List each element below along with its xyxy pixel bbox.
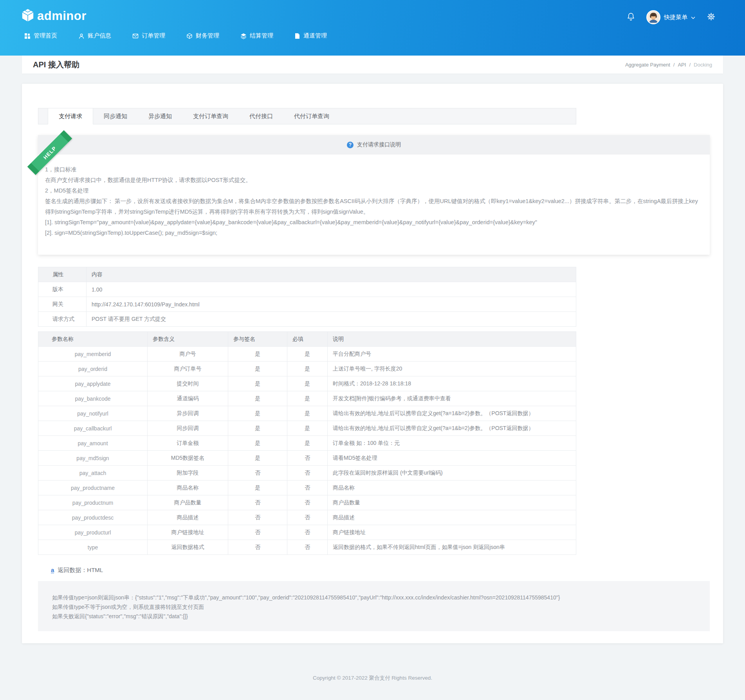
api-doc-tabs: 支付请求 同步通知 异步通知 支付订单查询 代付接口 代付订单查询 bbox=[38, 108, 576, 124]
anchor-a-icon bbox=[51, 567, 54, 573]
param-desc: 商品描述 bbox=[328, 510, 576, 525]
brand-logo[interactable]: adminor bbox=[22, 9, 87, 23]
nav-item-channel[interactable]: 通道管理 bbox=[294, 32, 327, 40]
param-name: pay_applydate bbox=[38, 376, 148, 391]
param-required: 否 bbox=[287, 525, 328, 540]
param-signed: 是 bbox=[228, 347, 287, 362]
param-signed: 是 bbox=[228, 406, 287, 421]
help-line: 2，MD5签名处理 bbox=[45, 185, 702, 196]
tab-bar-stub bbox=[38, 108, 48, 124]
help-panel-body: 1，接口标准 在商户支付请求接口中，数据通信是使用HTTP协议，请求数据以POS… bbox=[38, 155, 710, 255]
tab-bar-fill bbox=[340, 108, 576, 124]
param-name: pay_notifyurl bbox=[38, 406, 148, 421]
question-icon bbox=[347, 142, 354, 148]
table-row: pay_memberid商户号是是平台分配商户号 bbox=[38, 347, 576, 362]
param-required: 是 bbox=[287, 362, 328, 376]
param-meaning: 商品描述 bbox=[148, 510, 228, 525]
param-required: 否 bbox=[287, 495, 328, 510]
param-meaning: 商户品数量 bbox=[148, 495, 228, 510]
nav-item-settlement[interactable]: 结算管理 bbox=[240, 32, 273, 40]
param-desc: 商户品数量 bbox=[328, 495, 576, 510]
param-meaning: 返回数据格式 bbox=[148, 540, 228, 555]
param-required: 否 bbox=[287, 510, 328, 525]
nav-item-finance[interactable]: 财务管理 bbox=[186, 32, 219, 40]
help-line: [2]. sign=MD5(stringSignTemp).toUpperCas… bbox=[45, 228, 702, 238]
channel-icon bbox=[294, 33, 300, 39]
param-desc: 上送订单号唯一, 字符长度20 bbox=[328, 362, 576, 376]
breadcrumb-separator: / bbox=[689, 62, 691, 68]
tab-async-notify[interactable]: 异步通知 bbox=[138, 108, 182, 124]
param-required: 是 bbox=[287, 406, 328, 421]
tab-payout-api[interactable]: 代付接口 bbox=[239, 108, 283, 124]
table-row: pay_producturl商户链接地址否否商户链接地址 bbox=[38, 525, 576, 540]
param-signed: 否 bbox=[228, 495, 287, 510]
nav-label: 结算管理 bbox=[250, 32, 273, 40]
table-row: 版本 1.00 bbox=[38, 282, 576, 297]
table-row: pay_callbackurl同步回调是是请给出有效的地址,地址后可以携带自定义… bbox=[38, 421, 576, 436]
param-required: 是 bbox=[287, 421, 328, 436]
nav-label: 通道管理 bbox=[303, 32, 327, 40]
breadcrumb-separator: / bbox=[673, 62, 675, 68]
tab-pay-request[interactable]: 支付请求 bbox=[48, 108, 93, 124]
nav-item-account[interactable]: 账户信息 bbox=[78, 32, 111, 40]
param-name: pay_memberid bbox=[38, 347, 148, 362]
param-signed: 否 bbox=[228, 510, 287, 525]
param-desc: 请给出有效的地址,地址后可以携带自定义get(?a=1&b=2)参数。（POST… bbox=[328, 421, 576, 436]
param-meaning: 商户链接地址 bbox=[148, 525, 228, 540]
col-required: 必填 bbox=[287, 332, 328, 347]
attr-label: 网关 bbox=[38, 297, 87, 312]
param-name: pay_orderid bbox=[38, 362, 148, 376]
table-row: type返回数据格式否否返回数据的格式，如果不传则返回html页面，如果值=js… bbox=[38, 540, 576, 555]
settings-button[interactable] bbox=[706, 12, 716, 23]
help-panel: HELP 支付请求接口说明 1，接口标准 在商户支付请求接口中，数据通信是使用H… bbox=[38, 135, 710, 255]
param-desc: 返回数据的格式，如果不传则返回html页面，如果值=json 则返回json串 bbox=[328, 540, 576, 555]
breadcrumb-current: Docking bbox=[694, 62, 712, 68]
table-row: pay_amount订单金额是是订单金额 如：100 单位：元 bbox=[38, 436, 576, 451]
app-header: adminor 快捷菜单 bbox=[0, 0, 745, 56]
tab-sync-notify[interactable]: 同步通知 bbox=[93, 108, 138, 124]
table-row: pay_productnum商户品数量否否商户品数量 bbox=[38, 495, 576, 510]
param-meaning: 订单金额 bbox=[148, 436, 228, 451]
settlement-icon bbox=[240, 33, 247, 39]
response-note: 如果失败返回{"status":"error","msg":"错误原因","da… bbox=[52, 612, 698, 621]
col-signed: 参与签名 bbox=[228, 332, 287, 347]
nav-label: 管理首页 bbox=[34, 32, 57, 40]
param-signed: 是 bbox=[228, 421, 287, 436]
param-signed: 是 bbox=[228, 362, 287, 376]
request-params-table: 参数名称 参数含义 参与签名 必填 说明 pay_memberid商户号是是平台… bbox=[38, 331, 576, 555]
avatar bbox=[646, 10, 660, 24]
response-note: 如果传值type不等于json或为空，则系统直接将转跳至支付页面 bbox=[52, 602, 698, 612]
nav-label: 财务管理 bbox=[196, 32, 219, 40]
breadcrumb-home[interactable]: Aggregate Payment bbox=[625, 62, 670, 68]
param-meaning: 附加字段 bbox=[148, 466, 228, 480]
param-required: 是 bbox=[287, 376, 328, 391]
param-name: pay_bankcode bbox=[38, 391, 148, 406]
nav-item-dashboard[interactable]: 管理首页 bbox=[24, 32, 57, 40]
copyright-text: Copyright © 2017-2022 聚合支付 Rights Reserv… bbox=[313, 675, 432, 681]
logo-text: adminor bbox=[37, 9, 87, 23]
help-line: 在商户支付请求接口中，数据通信是使用HTTP协议，请求数据以POST形式提交。 bbox=[45, 175, 702, 185]
gateway-info-table: 属性 内容 版本 1.00 网关 http://47.242.170.147:6… bbox=[38, 267, 576, 327]
table-row: 请求方式 POST 请不要用 GET 方式提交 bbox=[38, 312, 576, 327]
nav-label: 账户信息 bbox=[88, 32, 111, 40]
notifications-button[interactable] bbox=[626, 12, 635, 22]
param-desc: 平台分配商户号 bbox=[328, 347, 576, 362]
param-name: pay_attach bbox=[38, 466, 148, 480]
tab-payout-order-query[interactable]: 代付订单查询 bbox=[283, 108, 340, 124]
quick-menu[interactable]: 快捷菜单 bbox=[646, 10, 695, 24]
col-attribute: 属性 bbox=[38, 267, 87, 282]
table-row: pay_productdesc商品描述否否商品描述 bbox=[38, 510, 576, 525]
param-required: 是 bbox=[287, 436, 328, 451]
breadcrumb: Aggregate Payment / API / Docking bbox=[625, 62, 712, 68]
param-signed: 否 bbox=[228, 525, 287, 540]
app-footer: Copyright © 2017-2022 聚合支付 Rights Reserv… bbox=[0, 675, 745, 682]
nav-item-orders[interactable]: 订单管理 bbox=[132, 32, 165, 40]
help-line: 签名生成的通用步骤如下： 第一步，设所有发送或者接收到的数据为集合M，将集合M内… bbox=[45, 196, 702, 217]
param-desc: 商户链接地址 bbox=[328, 525, 576, 540]
tab-pay-order-query[interactable]: 支付订单查询 bbox=[182, 108, 239, 124]
breadcrumb-api[interactable]: API bbox=[678, 62, 686, 68]
param-signed: 否 bbox=[228, 540, 287, 555]
param-name: pay_productdesc bbox=[38, 510, 148, 525]
param-desc: 商品名称 bbox=[328, 480, 576, 495]
nav-label: 订单管理 bbox=[142, 32, 165, 40]
